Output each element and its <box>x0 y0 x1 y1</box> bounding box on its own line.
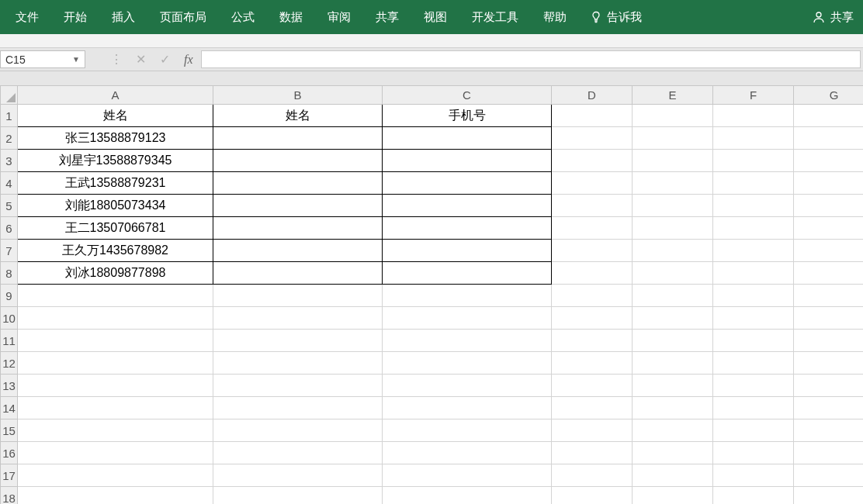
spreadsheet-grid[interactable]: A B C D E F G 1姓名姓名手机号2张三135888791233刘星宇… <box>0 85 863 504</box>
formula-input[interactable] <box>201 50 861 68</box>
cell[interactable] <box>552 240 633 262</box>
ribbon-tab-devtools[interactable]: 开发工具 <box>459 0 531 34</box>
cell[interactable] <box>383 127 552 150</box>
cell[interactable] <box>633 375 713 397</box>
cell[interactable]: 王武13588879231 <box>18 172 213 195</box>
cell[interactable] <box>552 217 633 240</box>
row-header[interactable]: 3 <box>1 150 18 172</box>
row-header[interactable]: 7 <box>1 240 18 262</box>
ribbon-tab-review[interactable]: 审阅 <box>315 0 363 34</box>
cell[interactable] <box>552 419 633 442</box>
cell[interactable] <box>794 352 864 375</box>
cell[interactable] <box>213 127 383 150</box>
col-header-F[interactable]: F <box>713 86 794 105</box>
cell[interactable] <box>18 307 213 330</box>
cell[interactable] <box>213 375 383 397</box>
cell[interactable] <box>18 330 213 352</box>
cell[interactable] <box>713 105 794 127</box>
cell[interactable] <box>383 307 552 330</box>
cell[interactable] <box>713 464 794 487</box>
cell[interactable] <box>794 127 864 150</box>
row-header[interactable]: 17 <box>1 464 18 487</box>
cell[interactable] <box>713 150 794 172</box>
cell[interactable] <box>794 105 864 127</box>
row-header[interactable]: 14 <box>1 397 18 419</box>
cell[interactable] <box>552 352 633 375</box>
cell[interactable] <box>383 352 552 375</box>
cell[interactable] <box>794 330 864 352</box>
cell[interactable] <box>713 195 794 217</box>
cell[interactable] <box>794 464 864 487</box>
row-header[interactable]: 2 <box>1 127 18 150</box>
cell[interactable] <box>552 330 633 352</box>
cell[interactable] <box>383 397 552 419</box>
cell[interactable] <box>633 419 713 442</box>
cell[interactable] <box>713 240 794 262</box>
fx-button[interactable]: fx <box>184 53 193 67</box>
cell[interactable] <box>552 105 633 127</box>
cell[interactable] <box>383 285 552 307</box>
cell[interactable] <box>552 442 633 464</box>
row-header[interactable]: 8 <box>1 262 18 285</box>
cell[interactable]: 姓名 <box>18 105 213 127</box>
cell[interactable] <box>794 397 864 419</box>
cell[interactable] <box>552 464 633 487</box>
row-header[interactable]: 5 <box>1 195 18 217</box>
cell[interactable] <box>794 195 864 217</box>
cell[interactable] <box>794 375 864 397</box>
cell[interactable] <box>552 487 633 505</box>
cell[interactable] <box>18 397 213 419</box>
col-header-C[interactable]: C <box>383 86 552 105</box>
cell[interactable] <box>633 307 713 330</box>
cell[interactable] <box>18 352 213 375</box>
cell[interactable] <box>213 464 383 487</box>
cell[interactable] <box>713 397 794 419</box>
cell[interactable] <box>633 285 713 307</box>
cell[interactable] <box>18 487 213 505</box>
cell[interactable] <box>18 464 213 487</box>
col-header-A[interactable]: A <box>18 86 213 105</box>
cell[interactable] <box>213 240 383 262</box>
cell[interactable] <box>383 262 552 285</box>
cell[interactable] <box>18 375 213 397</box>
cell[interactable] <box>794 150 864 172</box>
col-header-E[interactable]: E <box>633 86 713 105</box>
row-header[interactable]: 9 <box>1 285 18 307</box>
name-box[interactable]: C15 ▼ <box>0 50 85 68</box>
cell[interactable] <box>383 150 552 172</box>
cell[interactable] <box>633 487 713 505</box>
cell[interactable] <box>713 487 794 505</box>
cell[interactable] <box>633 150 713 172</box>
cell[interactable]: 王二13507066781 <box>18 217 213 240</box>
cell[interactable] <box>213 397 383 419</box>
cell[interactable] <box>713 307 794 330</box>
cell[interactable] <box>213 487 383 505</box>
cell[interactable] <box>633 464 713 487</box>
share-button[interactable]: 共享 <box>806 10 860 25</box>
cell[interactable] <box>383 442 552 464</box>
cell[interactable] <box>794 217 864 240</box>
cell[interactable] <box>213 419 383 442</box>
cell[interactable] <box>383 195 552 217</box>
cell[interactable] <box>794 419 864 442</box>
cell[interactable] <box>633 217 713 240</box>
row-header[interactable]: 18 <box>1 487 18 505</box>
ribbon-tab-help[interactable]: 帮助 <box>531 0 579 34</box>
cell[interactable] <box>713 442 794 464</box>
row-header[interactable]: 15 <box>1 419 18 442</box>
cell[interactable] <box>383 487 552 505</box>
row-header[interactable]: 1 <box>1 105 18 127</box>
cell[interactable] <box>383 330 552 352</box>
cell[interactable] <box>713 330 794 352</box>
select-all-corner[interactable] <box>1 86 18 105</box>
ribbon-tab-formulas[interactable]: 公式 <box>219 0 267 34</box>
cell[interactable] <box>794 262 864 285</box>
cell[interactable] <box>633 397 713 419</box>
cell[interactable] <box>633 195 713 217</box>
row-header[interactable]: 4 <box>1 172 18 195</box>
cell[interactable] <box>18 285 213 307</box>
cell[interactable] <box>213 217 383 240</box>
cell[interactable] <box>552 285 633 307</box>
ribbon-tab-file[interactable]: 文件 <box>3 0 51 34</box>
cell[interactable] <box>713 419 794 442</box>
